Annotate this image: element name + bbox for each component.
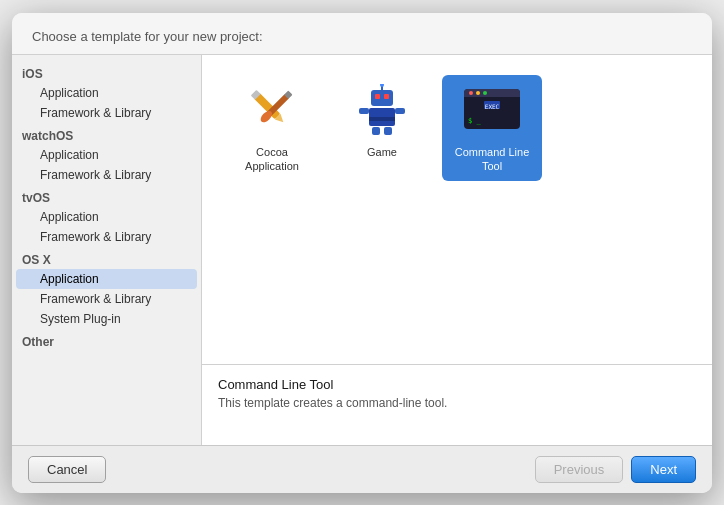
dialog-footer: Cancel Previous Next <box>12 445 712 493</box>
svg-rect-16 <box>369 117 395 121</box>
new-project-dialog: Choose a template for your new project: … <box>12 13 712 493</box>
sidebar-group-other: Other <box>12 329 201 351</box>
svg-point-10 <box>380 84 384 87</box>
game-label: Game <box>367 145 397 159</box>
svg-rect-14 <box>372 127 380 135</box>
command-line-tool-icon: EXEC $ _ <box>464 83 520 139</box>
svg-point-21 <box>476 91 480 95</box>
game-icon <box>354 83 410 139</box>
sidebar: iOSApplicationFramework & LibrarywatchOS… <box>12 55 202 445</box>
sidebar-item-framework---library[interactable]: Framework & Library <box>16 227 197 247</box>
cocoa-application-icon <box>244 83 300 139</box>
svg-rect-7 <box>375 94 380 99</box>
sidebar-item-framework---library[interactable]: Framework & Library <box>16 165 197 185</box>
template-cocoa-application[interactable]: CocoaApplication <box>222 75 322 182</box>
template-game[interactable]: Game <box>332 75 432 182</box>
cocoa-application-label: CocoaApplication <box>245 145 299 174</box>
dialog-title: Choose a template for your new project: <box>32 29 263 44</box>
next-button[interactable]: Next <box>631 456 696 483</box>
sidebar-group-ios: iOS <box>12 61 201 83</box>
command-line-tool-label: Command LineTool <box>455 145 530 174</box>
svg-rect-6 <box>371 90 393 106</box>
sidebar-item-framework---library[interactable]: Framework & Library <box>16 103 197 123</box>
svg-point-22 <box>483 91 487 95</box>
svg-rect-15 <box>384 127 392 135</box>
sidebar-item-application[interactable]: Application <box>16 269 197 289</box>
sidebar-item-framework---library[interactable]: Framework & Library <box>16 289 197 309</box>
description-text: This template creates a command-line too… <box>218 396 696 410</box>
cancel-button[interactable]: Cancel <box>28 456 106 483</box>
main-content: CocoaApplication <box>202 55 712 445</box>
previous-button: Previous <box>535 456 624 483</box>
template-grid: CocoaApplication <box>202 55 712 365</box>
svg-text:EXEC: EXEC <box>485 103 500 110</box>
sidebar-group-os-x: OS X <box>12 247 201 269</box>
description-panel: Command Line Tool This template creates … <box>202 365 712 445</box>
footer-right: Previous Next <box>535 456 696 483</box>
sidebar-item-system-plug-in[interactable]: System Plug-in <box>16 309 197 329</box>
sidebar-item-application[interactable]: Application <box>16 207 197 227</box>
sidebar-item-application[interactable]: Application <box>16 145 197 165</box>
description-title: Command Line Tool <box>218 377 696 392</box>
template-command-line-tool[interactable]: EXEC $ _ Command LineTool <box>442 75 542 182</box>
dialog-header: Choose a template for your new project: <box>12 13 712 55</box>
svg-rect-8 <box>384 94 389 99</box>
dialog-body: iOSApplicationFramework & LibrarywatchOS… <box>12 55 712 445</box>
sidebar-group-tvos: tvOS <box>12 185 201 207</box>
sidebar-group-watchos: watchOS <box>12 123 201 145</box>
svg-point-20 <box>469 91 473 95</box>
svg-rect-12 <box>359 108 369 114</box>
svg-rect-13 <box>395 108 405 114</box>
svg-text:$ _: $ _ <box>468 117 481 125</box>
sidebar-item-application[interactable]: Application <box>16 83 197 103</box>
